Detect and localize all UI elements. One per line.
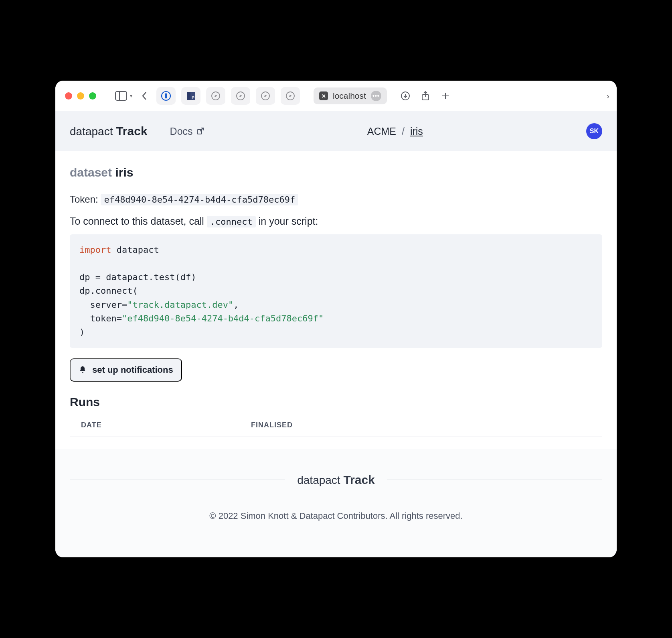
browser-toolbar: ▾ P ✕ localhost ••• xyxy=(55,81,617,111)
code-line-4: dp.connect( xyxy=(79,286,138,296)
code-keyword-import: import xyxy=(79,245,111,255)
code-line-7: ) xyxy=(79,327,85,337)
site-badge-icon: ✕ xyxy=(319,91,328,100)
dataset-name: iris xyxy=(115,166,133,179)
address-bar[interactable]: ✕ localhost ••• xyxy=(314,87,387,104)
compass-extension-icon-2[interactable] xyxy=(231,87,250,105)
code-string-server: "track.datapact.dev" xyxy=(127,300,233,310)
toolbar-right-group xyxy=(399,89,452,102)
brand-text-light: datapact xyxy=(70,125,113,138)
avatar[interactable]: SK xyxy=(586,123,602,139)
footer-divider-left xyxy=(70,480,285,480)
browser-window: ▾ P ✕ localhost ••• xyxy=(55,81,617,557)
app-brand[interactable]: datapact Track xyxy=(70,124,148,138)
token-value[interactable]: ef48d940-8e54-4274-b4d4-cfa5d78ec69f xyxy=(101,194,298,205)
code-string-token: "ef48d940-8e54-4274-b4d4-cfa5d78ec69f" xyxy=(122,313,324,323)
site-more-icon[interactable]: ••• xyxy=(371,91,381,101)
breadcrumb-org[interactable]: ACME xyxy=(367,126,396,137)
svg-text:P: P xyxy=(192,95,194,100)
connect-inline-code: .connect xyxy=(207,216,256,228)
footer-brand-light: datapact xyxy=(297,474,340,486)
token-line: Token: ef48d940-8e54-4274-b4d4-cfa5d78ec… xyxy=(70,194,602,205)
sidebar-toggle-group: ▾ xyxy=(113,89,132,102)
compass-extension-icon-1[interactable] xyxy=(206,87,225,105)
runs-table: DATE FINALISED xyxy=(70,416,602,437)
connect-prompt-post: in your script: xyxy=(256,215,318,227)
footer-copyright: © 2022 Simon Knott & Datapact Contributo… xyxy=(70,511,602,521)
extension-icon-2[interactable]: P xyxy=(181,87,200,105)
connect-prompt-pre: To connect to this dataset, call xyxy=(70,215,207,227)
code-line-5-post: , xyxy=(233,300,239,310)
address-text: localhost xyxy=(333,91,366,101)
compass-extension-icon-4[interactable] xyxy=(281,87,300,105)
breadcrumb: ACME / iris xyxy=(367,126,423,137)
page-title: dataset iris xyxy=(70,166,602,179)
footer-brand-bold: Track xyxy=(343,473,374,486)
connect-prompt: To connect to this dataset, call .connec… xyxy=(70,215,602,227)
main-content: dataset iris Token: ef48d940-8e54-4274-b… xyxy=(55,151,617,437)
window-controls xyxy=(65,92,96,100)
onepassword-extension-icon[interactable] xyxy=(156,87,176,105)
docs-link-label: Docs xyxy=(170,126,193,137)
svg-marker-14 xyxy=(289,95,291,97)
footer-brand: datapact Track xyxy=(297,473,375,487)
runs-table-header: DATE FINALISED xyxy=(70,416,602,437)
runs-col-finalised: FINALISED xyxy=(251,421,591,429)
compass-extension-icon-3[interactable] xyxy=(256,87,275,105)
back-button[interactable] xyxy=(138,89,151,102)
setup-notifications-button[interactable]: set up notifications xyxy=(70,358,182,382)
svg-marker-12 xyxy=(264,95,267,97)
footer-divider-right xyxy=(387,480,602,480)
code-line-5-pre: server= xyxy=(79,300,127,310)
overflow-icon[interactable]: ›› xyxy=(607,91,607,101)
notif-button-label: set up notifications xyxy=(92,365,173,375)
token-label: Token: xyxy=(70,194,98,205)
svg-marker-10 xyxy=(239,95,242,97)
sidebar-toggle-icon[interactable] xyxy=(113,89,129,102)
runs-col-date: DATE xyxy=(81,421,251,429)
svg-rect-4 xyxy=(187,92,190,100)
svg-rect-3 xyxy=(165,93,167,99)
new-tab-icon[interactable] xyxy=(439,89,452,102)
docs-link[interactable]: Docs xyxy=(170,126,204,137)
maximize-window-icon[interactable] xyxy=(89,92,96,100)
breadcrumb-separator: / xyxy=(402,126,405,137)
download-icon[interactable] xyxy=(399,89,412,102)
svg-marker-8 xyxy=(215,95,217,97)
code-line-3: dp = datapact.test(df) xyxy=(79,272,196,282)
app-header: datapact Track Docs ACME / iris SK xyxy=(55,111,617,151)
minimize-window-icon[interactable] xyxy=(77,92,84,100)
brand-text-bold: Track xyxy=(116,124,147,138)
footer-brand-row: datapact Track xyxy=(70,473,602,487)
chevron-down-icon[interactable]: ▾ xyxy=(130,93,132,99)
connect-code-block[interactable]: import datapact dp = datapact.test(df) d… xyxy=(70,234,602,348)
share-icon[interactable] xyxy=(419,89,432,102)
bell-icon xyxy=(79,366,87,374)
svg-rect-0 xyxy=(115,91,127,100)
external-link-icon xyxy=(196,127,204,135)
close-window-icon[interactable] xyxy=(65,92,72,100)
runs-heading: Runs xyxy=(70,395,602,409)
breadcrumb-dataset[interactable]: iris xyxy=(410,126,423,137)
code-line-6-pre: token= xyxy=(79,313,122,323)
footer: datapact Track © 2022 Simon Knott & Data… xyxy=(55,449,617,557)
code-line-1-rest: datapact xyxy=(111,245,159,255)
heading-prefix: dataset xyxy=(70,166,112,179)
